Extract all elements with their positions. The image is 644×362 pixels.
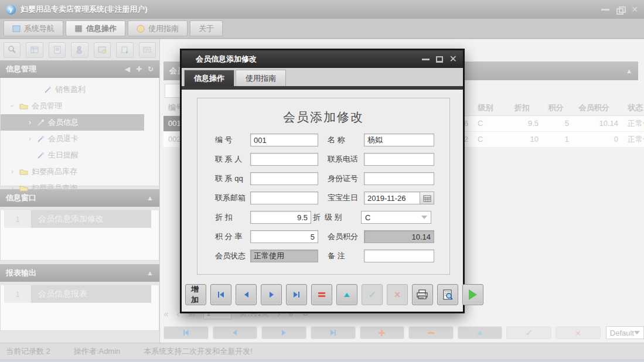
beizhu-input[interactable]: [364, 250, 434, 262]
print-preview-button[interactable]: [437, 284, 458, 305]
table-icon[interactable]: [26, 42, 43, 58]
window-icon[interactable]: [94, 42, 111, 58]
calendar-icon: [423, 194, 431, 202]
tree-item-sales-profit[interactable]: 销售盈利: [1, 81, 159, 98]
print-preview-icon: [441, 289, 454, 300]
next-record-button[interactable]: [261, 326, 306, 339]
bottom-strip: [0, 359, 644, 362]
dialog-restore-button[interactable]: [436, 56, 443, 63]
report-list: 1 会员信息报表: [0, 285, 159, 331]
tree-item-member-info[interactable]: › 会员信息: [1, 114, 144, 131]
zhekou-input[interactable]: [250, 211, 311, 224]
field-label-shengri: 宝宝生日: [328, 193, 364, 203]
dialog-tab-info-operate[interactable]: 信息操作: [184, 70, 234, 86]
expand-icon[interactable]: ›: [9, 102, 16, 110]
search-icon[interactable]: [4, 42, 21, 58]
collapse-icon[interactable]: ▲: [146, 269, 154, 277]
tree-item-member-refund[interactable]: › 会员退卡: [1, 131, 159, 147]
tab-user-guide[interactable]: 使用指南: [128, 21, 188, 36]
shenfen-input[interactable]: [364, 172, 434, 185]
panel-header-info-window[interactable]: 信息窗口 ▲: [0, 189, 159, 207]
add-record-button[interactable]: [360, 326, 405, 339]
minimize-button[interactable]: [601, 9, 609, 11]
lianxiren-input[interactable]: [250, 153, 318, 166]
folder-icon: [19, 103, 28, 110]
shengri-input[interactable]: [364, 192, 420, 204]
record-nav-toolbar: ✓ × Default: [163, 325, 644, 340]
panel-refresh-icon[interactable]: ↻: [148, 65, 154, 73]
tab-system-nav[interactable]: 系统导航: [4, 21, 63, 36]
delete-record-button[interactable]: [311, 284, 332, 305]
operator-status: 操作者:Admin: [74, 346, 120, 357]
confirm-button[interactable]: ✓: [362, 284, 383, 305]
expand-icon[interactable]: ›: [9, 184, 16, 192]
edit-record-button[interactable]: [336, 284, 357, 305]
card-icon[interactable]: [139, 42, 156, 58]
wand-icon: [37, 135, 45, 143]
dialog-tab-user-guide[interactable]: 使用指南: [236, 70, 286, 86]
col-header[interactable]: 积分: [543, 100, 574, 115]
jibie-select[interactable]: C: [361, 211, 431, 224]
wand-icon: [37, 152, 45, 159]
col-header[interactable]: 级别: [473, 100, 509, 115]
list-item-member-edit-window[interactable]: 1 会员信息添加修改: [4, 210, 159, 228]
user-icon[interactable]: [71, 42, 88, 58]
tree-item-goods-stock[interactable]: › 妇婴商品库存: [1, 163, 159, 180]
export-icon[interactable]: [116, 42, 133, 58]
list-item-member-report[interactable]: 1 会员信息报表: [4, 285, 159, 303]
panel-arrow-left-icon[interactable]: ◀: [125, 65, 130, 73]
tree-label: 妇婴商品库存: [32, 166, 77, 177]
prev-page-button[interactable]: ‹: [176, 309, 179, 319]
expand-icon[interactable]: ›: [9, 168, 16, 176]
prev-record-button[interactable]: [213, 326, 258, 339]
panel-header-report[interactable]: 报表输出 ▲: [0, 264, 159, 282]
collapse-icon[interactable]: ▲: [626, 67, 632, 74]
expand-icon[interactable]: ›: [26, 135, 33, 143]
item-label: 会员信息添加修改: [31, 210, 151, 228]
status-note: 本系统支持二次开发和全新开发!: [144, 346, 253, 357]
cancel-button[interactable]: ×: [387, 284, 408, 305]
mingcheng-input[interactable]: [364, 134, 434, 146]
tab-info-operate[interactable]: 信息操作: [66, 21, 125, 36]
calendar-button[interactable]: [420, 192, 434, 204]
dianhua-input[interactable]: [364, 153, 434, 166]
qq-input[interactable]: [250, 172, 318, 185]
edit-record-button[interactable]: [458, 326, 503, 339]
tree-item-member-mgmt[interactable]: › 会员管理: [1, 98, 159, 114]
cancel-record-button[interactable]: ×: [556, 326, 601, 339]
next-record-button[interactable]: [261, 284, 282, 305]
run-button[interactable]: [462, 284, 483, 305]
prev-record-button[interactable]: [236, 284, 257, 305]
tree-item-birthday-remind[interactable]: 生日提醒: [1, 147, 159, 163]
collapse-icon[interactable]: ▲: [146, 194, 154, 202]
col-header[interactable]: 折扣: [509, 100, 543, 115]
last-record-button[interactable]: [286, 284, 307, 305]
youxiang-input[interactable]: [250, 192, 318, 204]
delete-record-button[interactable]: [408, 326, 454, 339]
first-page-button[interactable]: «: [163, 309, 168, 319]
last-record-button[interactable]: [311, 326, 356, 339]
expand-icon[interactable]: ›: [26, 118, 33, 127]
jifenlv-input[interactable]: [250, 230, 318, 243]
dialog-minimize-button[interactable]: [422, 59, 430, 60]
dialog-close-button[interactable]: ✕: [449, 54, 457, 64]
tab-about[interactable]: 关于: [190, 21, 223, 36]
add-button[interactable]: 增加: [185, 284, 206, 305]
bianhao-input[interactable]: [250, 134, 318, 146]
restore-button[interactable]: [616, 6, 624, 13]
document-icon[interactable]: [49, 42, 66, 58]
post-record-button[interactable]: ✓: [506, 326, 551, 339]
tree-label: 妇婴商品查询: [32, 183, 77, 193]
field-label-beizhu: 备 注: [328, 251, 364, 261]
panel-add-icon[interactable]: ✚: [136, 65, 142, 73]
panel-header-info-mgmt[interactable]: 信息管理 ◀ ✚ ↻: [0, 60, 159, 78]
col-header[interactable]: 会员积分: [574, 100, 623, 115]
info-window-list: 1 会员信息添加修改: [0, 210, 159, 261]
dialog-body: 会员添加修改 编 号 名 称 联 系 人 联系电话 联 系 qq 身份证号: [182, 90, 463, 312]
print-button[interactable]: [412, 284, 433, 305]
first-record-button[interactable]: [163, 326, 209, 339]
col-header[interactable]: 状态: [623, 100, 644, 115]
view-style-select[interactable]: Default: [606, 326, 644, 339]
first-record-button[interactable]: [210, 284, 231, 305]
close-button[interactable]: ✕: [631, 5, 638, 13]
